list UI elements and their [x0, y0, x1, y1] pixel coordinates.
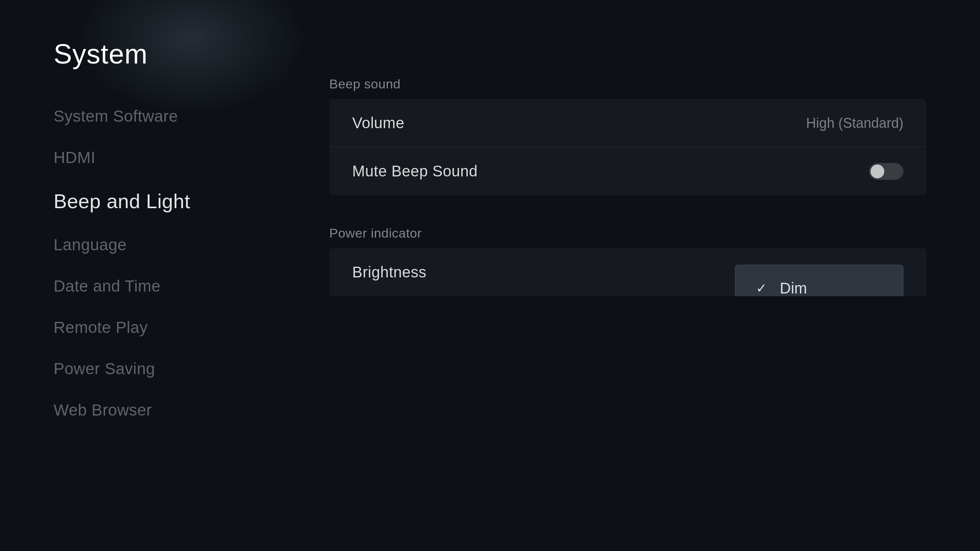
sidebar-item-beep-and-light[interactable]: Beep and Light: [54, 190, 214, 213]
power-indicator-section-label: Power indicator: [329, 226, 926, 241]
beep-sound-section-label: Beep sound: [329, 77, 926, 91]
sidebar-item-power-saving[interactable]: Power Saving: [54, 360, 214, 378]
volume-row[interactable]: Volume High (Standard): [329, 99, 926, 147]
brightness-row[interactable]: Brightness ✓ Dim Medium: [329, 248, 926, 296]
sidebar-item-hdmi[interactable]: HDMI: [54, 148, 214, 167]
power-indicator-card: Brightness ✓ Dim Medium: [329, 248, 926, 296]
dropdown-option-dim[interactable]: ✓ Dim: [735, 265, 903, 297]
main-content: Beep sound Volume High (Standard) Mute B…: [329, 77, 926, 327]
brightness-label: Brightness: [352, 264, 426, 281]
mute-beep-label: Mute Beep Sound: [352, 163, 478, 180]
beep-sound-card: Volume High (Standard) Mute Beep Sound: [329, 99, 926, 195]
sidebar-item-date-and-time[interactable]: Date and Time: [54, 277, 214, 295]
sidebar-item-system-software[interactable]: System Software: [54, 107, 214, 126]
brightness-dropdown-menu[interactable]: ✓ Dim Medium Bright (Standard): [735, 265, 903, 297]
mute-beep-toggle[interactable]: [869, 163, 903, 180]
mute-beep-row[interactable]: Mute Beep Sound: [329, 147, 926, 195]
volume-label: Volume: [352, 114, 404, 132]
check-icon-dim: ✓: [755, 281, 768, 295]
page-title: System: [54, 38, 148, 70]
sidebar: System Software HDMI Beep and Light Lang…: [54, 107, 214, 419]
sidebar-item-remote-play[interactable]: Remote Play: [54, 318, 214, 337]
dropdown-option-dim-label: Dim: [780, 280, 807, 297]
sidebar-item-web-browser[interactable]: Web Browser: [54, 401, 214, 419]
toggle-knob: [871, 165, 884, 178]
sidebar-item-language[interactable]: Language: [54, 236, 214, 254]
volume-value: High (Standard): [806, 115, 903, 131]
